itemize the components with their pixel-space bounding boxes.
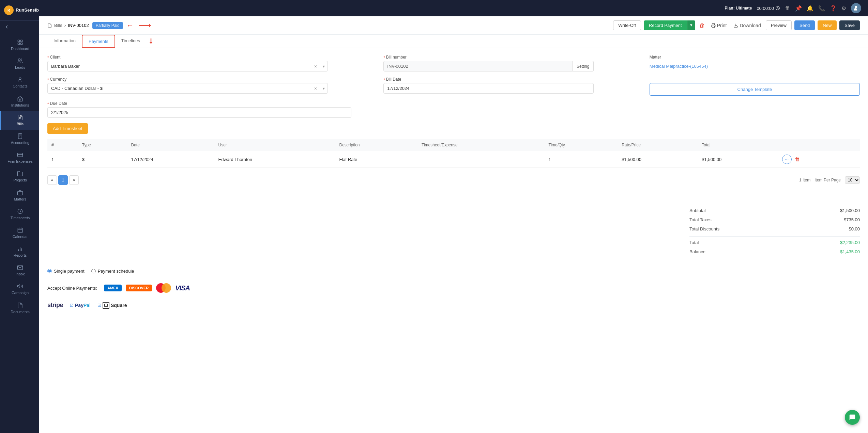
- sidebar-item-matters[interactable]: Matters: [0, 186, 39, 205]
- sidebar-item-dashboard[interactable]: Dashboard: [0, 36, 39, 54]
- sidebar-label-projects: Projects: [13, 178, 27, 182]
- sidebar-logo: R RunSensible: [0, 0, 39, 21]
- svg-rect-18: [18, 191, 23, 195]
- payment-schedule-option[interactable]: Payment schedule: [91, 269, 134, 274]
- sidebar-item-accounting[interactable]: Accounting: [0, 130, 39, 148]
- bell-icon[interactable]: 🔔: [807, 5, 813, 12]
- matter-link[interactable]: Medical Malpractice-(165454): [650, 64, 708, 69]
- new-button[interactable]: New: [818, 20, 837, 30]
- delete-button[interactable]: 🗑: [698, 21, 706, 30]
- print-button[interactable]: Print: [709, 21, 729, 30]
- record-payment-dropdown[interactable]: ▾: [687, 20, 695, 30]
- bill-number-input[interactable]: [383, 61, 573, 71]
- sidebar-label-matters: Matters: [14, 197, 27, 202]
- pin-icon[interactable]: 📌: [795, 5, 802, 12]
- amex-logo: AMEX: [104, 285, 122, 291]
- sidebar-label-accounting: Accounting: [11, 141, 29, 145]
- bill-number-row: Setting: [383, 61, 594, 71]
- sidebar-toggle[interactable]: [0, 21, 39, 33]
- pagination-row: « 1 » 1 Item Item Per Page 10 25 50: [47, 168, 860, 192]
- col-description: Description: [335, 139, 417, 151]
- change-template-button[interactable]: Change Template: [650, 83, 860, 96]
- totals-table: Subtotal $1,500.00 Total Taxes $735.00 T…: [689, 206, 860, 256]
- cell-actions: ··· 🗑: [778, 151, 860, 168]
- status-badge: Partially Paid: [92, 22, 123, 29]
- sidebar-item-calendar[interactable]: Calendar: [0, 224, 39, 242]
- client-dropdown-arrow[interactable]: ▾: [320, 64, 328, 69]
- tab-timelines[interactable]: Timelines: [115, 35, 146, 48]
- sidebar-item-campaign[interactable]: Campaign: [0, 280, 39, 299]
- settings-icon[interactable]: ⚙: [841, 5, 846, 12]
- pagination-prev[interactable]: «: [47, 175, 57, 185]
- sidebar-item-projects[interactable]: Projects: [0, 167, 39, 186]
- help-icon[interactable]: ❓: [830, 5, 837, 12]
- chat-fab[interactable]: [845, 410, 860, 425]
- client-input[interactable]: [48, 61, 311, 71]
- breadcrumb-separator: ›: [64, 23, 66, 28]
- bill-date-group: Bill Date: [383, 77, 594, 94]
- svg-rect-36: [105, 304, 107, 307]
- sidebar-item-documents[interactable]: Documents: [0, 299, 39, 318]
- timer-display: 00:00:00: [757, 6, 780, 11]
- save-button[interactable]: Save: [839, 20, 860, 30]
- row-edit-button[interactable]: ···: [782, 155, 792, 164]
- pagination-info: 1 Item Item Per Page 10 25 50: [799, 176, 860, 184]
- tab-label-timelines: Timelines: [121, 38, 140, 43]
- svg-rect-16: [18, 153, 23, 157]
- sidebar-item-timesheets[interactable]: Timesheets: [0, 205, 39, 224]
- tab-payments[interactable]: Payments: [82, 35, 115, 48]
- square-wrap: ☑ Square: [97, 302, 127, 309]
- online-payments-section: Accept Online Payments: AMEX DISCOVER VI…: [39, 276, 868, 319]
- currency-dropdown-arrow[interactable]: ▾: [320, 86, 328, 91]
- currency-clear-btn[interactable]: ×: [311, 86, 320, 91]
- single-payment-option[interactable]: Single payment: [47, 269, 85, 274]
- sidebar-item-institutions[interactable]: Institutions: [0, 92, 39, 111]
- pagination-next[interactable]: »: [69, 175, 79, 185]
- balance-label: Balance: [689, 249, 705, 254]
- pagination-page-1[interactable]: 1: [58, 175, 68, 185]
- phone-icon[interactable]: 📞: [818, 5, 825, 12]
- add-timesheet-button[interactable]: Add Timesheet: [47, 123, 88, 134]
- cell-date: 17/12/2024: [127, 151, 214, 168]
- total-discounts-label: Total Discounts: [689, 226, 719, 231]
- sidebar-item-leads[interactable]: Leads: [0, 54, 39, 73]
- single-payment-radio[interactable]: [47, 269, 52, 273]
- due-date-input[interactable]: [47, 107, 351, 118]
- currency-group: Currency × ▾: [47, 77, 328, 94]
- tab-information[interactable]: Information: [47, 35, 82, 48]
- send-button[interactable]: Send: [794, 20, 815, 30]
- per-page-select[interactable]: 10 25 50: [845, 176, 860, 184]
- preview-button[interactable]: Preview: [766, 20, 792, 30]
- write-off-button[interactable]: Write-Off: [613, 20, 641, 30]
- svg-marker-35: [149, 42, 153, 44]
- user-avatar[interactable]: [851, 3, 861, 13]
- bill-number-group: Bill number Setting: [383, 55, 594, 71]
- client-clear-btn[interactable]: ×: [311, 64, 320, 69]
- record-payment-button[interactable]: Record Payment: [644, 20, 687, 30]
- total-row: Total $2,235.00: [689, 236, 860, 247]
- sidebar-label-documents: Documents: [11, 310, 30, 314]
- sidebar-nav: Dashboard Leads Contacts Institutions Bi…: [0, 33, 39, 433]
- sidebar-label-institutions: Institutions: [11, 103, 29, 108]
- sidebar-item-bills[interactable]: Bills: [0, 111, 39, 130]
- bill-date-input[interactable]: [383, 83, 594, 94]
- download-button[interactable]: Download: [731, 21, 763, 30]
- currency-label: Currency: [47, 77, 328, 82]
- topbar: Plan: Ultimate 00:00:00 🗑 📌 🔔 📞 ❓ ⚙: [39, 0, 868, 16]
- sidebar-label-campaign: Campaign: [12, 291, 29, 295]
- payment-schedule-radio[interactable]: [91, 269, 96, 273]
- setting-button[interactable]: Setting: [573, 61, 594, 71]
- main-content: Plan: Ultimate 00:00:00 🗑 📌 🔔 📞 ❓ ⚙ Bill…: [39, 0, 868, 433]
- sidebar-item-firm-expenses[interactable]: Firm Expenses: [0, 148, 39, 167]
- sidebar-item-reports[interactable]: Reports: [0, 242, 39, 261]
- currency-input[interactable]: [48, 83, 311, 93]
- svg-rect-9: [19, 99, 21, 101]
- logo-icon: R: [4, 5, 14, 15]
- trash-icon[interactable]: 🗑: [785, 5, 790, 11]
- breadcrumb-parent[interactable]: Bills: [54, 23, 62, 28]
- sidebar-item-inbox[interactable]: Inbox: [0, 261, 39, 280]
- square-box-icon: [103, 302, 109, 309]
- row-delete-button[interactable]: 🗑: [793, 156, 802, 163]
- sidebar-label-reports: Reports: [14, 253, 27, 258]
- sidebar-item-contacts[interactable]: Contacts: [0, 73, 39, 92]
